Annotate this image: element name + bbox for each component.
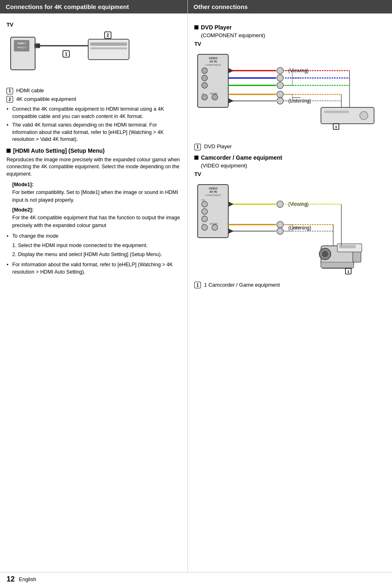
- svg-point-65: [202, 209, 207, 214]
- square-bullet-cam-icon: [194, 156, 198, 160]
- svg-text:AV IN: AV IN: [209, 60, 217, 63]
- page-footer: 12 English: [0, 572, 392, 586]
- left-column: Connections for 4K compatible equipment …: [0, 0, 188, 572]
- tv-label-cam: TV: [194, 171, 385, 177]
- svg-point-22: [202, 94, 207, 100]
- svg-point-77: [277, 228, 283, 234]
- svg-marker-73: [229, 202, 234, 207]
- cam-diagram: VIDEO AV IN COMPONENT Y/V L AUDIO: [194, 180, 385, 279]
- svg-point-18: [202, 68, 207, 74]
- hdmi-auto-title: [HDMI Auto Setting] (Setup Menu): [7, 147, 181, 154]
- svg-point-66: [202, 216, 207, 222]
- left-section-header: Connections for 4K compatible equipment: [0, 0, 187, 13]
- step-2: 2. Display the menu and select [HDMI Aut…: [12, 251, 181, 258]
- svg-point-49: [360, 111, 368, 120]
- right-column: Other connections DVD Player (COMPONENT …: [188, 0, 392, 572]
- legend-item2: 2 4K compatible equipment: [7, 96, 181, 103]
- svg-rect-48: [324, 111, 349, 113]
- svg-point-30: [277, 82, 283, 89]
- page: Connections for 4K compatible equipment …: [0, 0, 392, 586]
- legend-item1: 1 HDMI cable: [7, 87, 181, 94]
- main-content: Connections for 4K compatible equipment …: [0, 0, 392, 572]
- bullet-2: The valid 4K format varies depending on …: [7, 122, 181, 143]
- dvd-player-label: 1 DVD Player: [194, 143, 385, 150]
- svg-text:2: 2: [107, 33, 109, 38]
- svg-point-87: [322, 251, 328, 257]
- dvd-subtitle: (COMPONENT equipment): [201, 32, 385, 38]
- svg-point-28: [277, 75, 283, 81]
- svg-point-24: [212, 94, 218, 100]
- svg-text:VIDEO: VIDEO: [209, 57, 218, 60]
- mode1-block: [Mode1]: For better compatibility. Set t…: [12, 181, 181, 204]
- svg-text:VIDEO: VIDEO: [209, 187, 218, 190]
- svg-point-19: [202, 75, 207, 81]
- svg-point-32: [277, 91, 283, 98]
- svg-text:AV IN: AV IN: [209, 190, 217, 193]
- change-mode-bullets: To change the mode: [7, 233, 181, 240]
- svg-rect-9: [90, 47, 127, 49]
- svg-point-34: [277, 98, 283, 104]
- dvd-subsection-title: DVD Player: [194, 24, 385, 31]
- valid-format-bullets: For information about the valid format, …: [7, 261, 181, 276]
- svg-text:COMPONENT: COMPONENT: [205, 64, 221, 66]
- svg-rect-8: [90, 42, 127, 46]
- svg-point-64: [202, 201, 207, 207]
- svg-point-72: [277, 201, 283, 207]
- mode2-block: [Mode2]: For the 4K compatible equipment…: [12, 206, 181, 229]
- tv-label-dvd: TV: [194, 41, 385, 47]
- svg-text:4K@2.0: 4K@2.0: [17, 46, 26, 49]
- bullet-1: Connect the 4K compatible equipment to H…: [7, 106, 181, 120]
- cam-label: 1 1 Camcorder / Game equipment: [194, 282, 385, 289]
- square-bullet-dvd-icon: [194, 25, 198, 29]
- cam-subsection-title: Camcorder / Game equipment: [194, 154, 385, 161]
- tv-label-left: TV: [7, 22, 181, 28]
- svg-text:Y/V: Y/V: [201, 199, 205, 201]
- svg-point-20: [202, 82, 207, 88]
- right-section-header: Other connections: [188, 0, 392, 13]
- right-content: DVD Player (COMPONENT equipment) TV VIDE…: [188, 18, 392, 296]
- svg-point-75: [277, 221, 283, 228]
- svg-point-26: [277, 67, 283, 74]
- svg-point-70: [212, 225, 218, 230]
- svg-rect-89: [321, 262, 354, 268]
- left-content: TV HDMI 1 4K@2.0: [0, 18, 187, 282]
- svg-point-68: [202, 225, 207, 230]
- svg-marker-37: [229, 98, 234, 103]
- change-mode-bullet: To change the mode: [7, 233, 181, 240]
- svg-text:HDMI 1: HDMI 1: [18, 42, 26, 45]
- cam-subtitle: (VIDEO equipment): [201, 163, 385, 169]
- left-diagram: HDMI 1 4K@2.0 1: [7, 31, 181, 84]
- step-1: 1. Select the HDMI input mode connected …: [12, 242, 181, 250]
- svg-text:1: 1: [335, 125, 337, 129]
- svg-text:COMPONENT: COMPONENT: [205, 194, 221, 196]
- dvd-diagram: VIDEO AV IN COMPONENT L AUDIO: [194, 50, 385, 140]
- hdmi-auto-desc: Reproduces the image more precisely with…: [7, 156, 181, 178]
- svg-marker-78: [229, 229, 234, 234]
- page-number: 12: [7, 575, 15, 584]
- language-label: English: [19, 576, 36, 582]
- svg-rect-91: [339, 245, 356, 248]
- square-bullet-icon: [7, 149, 11, 153]
- svg-text:1: 1: [65, 52, 67, 56]
- svg-text:1: 1: [347, 270, 349, 274]
- svg-marker-35: [229, 68, 234, 73]
- main-bullets: Connect the 4K compatible equipment to H…: [7, 106, 181, 143]
- valid-format-bullet: For information about the valid format, …: [7, 261, 181, 276]
